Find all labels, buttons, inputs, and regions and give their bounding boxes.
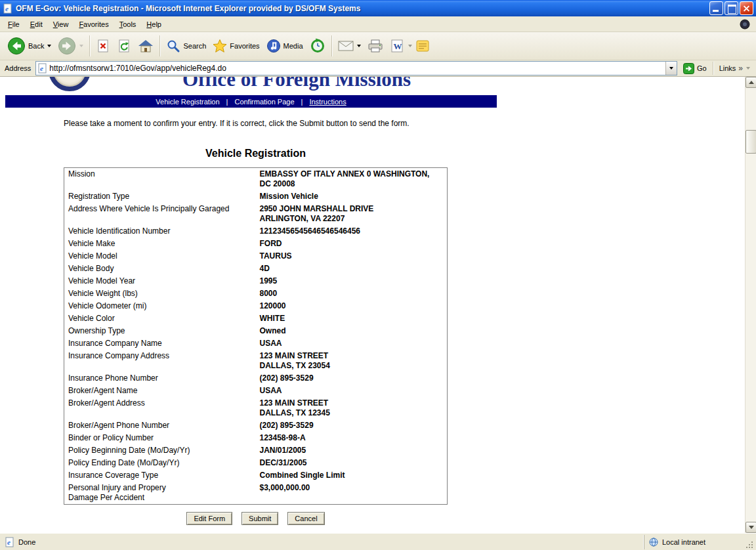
field-label: Insurance Company Address	[64, 350, 256, 372]
table-row: Vehicle Odometer (mi) 120000	[64, 300, 448, 312]
links-chevron-icon: »	[738, 64, 743, 73]
word-icon: W	[390, 39, 404, 53]
page-content: Office of Foreign Missions Vehicle Regis…	[0, 77, 745, 533]
print-button[interactable]	[364, 37, 387, 55]
field-value: JAN/01/2005	[256, 444, 448, 457]
field-value: USAA	[256, 385, 448, 397]
menu-item[interactable]: View	[48, 17, 74, 32]
field-value: 12123456545646546546456	[256, 225, 448, 238]
browser-viewport: Office of Foreign Missions Vehicle Regis…	[0, 77, 756, 533]
svg-text:e: e	[40, 64, 43, 72]
cancel-button[interactable]: Cancel	[287, 512, 324, 525]
field-label: Vehicle Model Year	[64, 275, 256, 287]
scroll-thumb[interactable]	[746, 130, 756, 154]
svg-text:e: e	[5, 5, 9, 12]
menu-item[interactable]: Edit	[25, 17, 48, 32]
search-button[interactable]: Search	[163, 37, 209, 55]
maximize-button[interactable]	[724, 1, 738, 15]
window-title: OFM E-Gov: Vehicle Registration - Micros…	[16, 4, 709, 13]
media-button[interactable]: Media	[263, 37, 306, 55]
field-label: Vehicle Body	[64, 263, 256, 275]
search-icon	[166, 39, 180, 53]
media-label: Media	[284, 42, 303, 50]
svg-text:e: e	[7, 538, 10, 546]
mail-dropdown-icon[interactable]	[357, 45, 361, 47]
field-label: Vehicle Model	[64, 250, 256, 263]
nav-separator: |	[301, 98, 303, 106]
field-value: 123458-98-A	[256, 432, 448, 444]
forward-dropdown-icon[interactable]	[79, 45, 83, 47]
refresh-button[interactable]	[114, 37, 135, 55]
field-value: USAA	[256, 337, 448, 350]
menu-item[interactable]: Help	[141, 17, 167, 32]
address-input-box[interactable]: e	[35, 61, 677, 75]
page-nav-bar: Vehicle Registration | Confirmation Page…	[5, 95, 497, 108]
mail-button[interactable]	[335, 38, 364, 54]
address-dropdown-button[interactable]	[665, 62, 677, 75]
go-button[interactable]: Go	[681, 63, 709, 74]
field-value: 4D	[256, 263, 448, 275]
field-label: Vehicle Odometer (mi)	[64, 300, 256, 312]
submit-button[interactable]: Submit	[242, 512, 278, 525]
forward-button[interactable]	[54, 35, 87, 57]
menubar: File Edit View Favorites Tools Help	[0, 16, 756, 32]
discuss-button[interactable]	[412, 37, 433, 55]
field-label: Personal Injury and Propery Damage Per A…	[64, 482, 256, 505]
table-row: Ownership Type Owned	[64, 325, 448, 337]
history-button[interactable]	[306, 36, 329, 56]
resize-grip[interactable]	[744, 535, 754, 549]
table-row: Personal Injury and Propery Damage Per A…	[64, 482, 448, 505]
forward-icon	[58, 37, 76, 55]
field-value: 2950 JOHN MARSHALL DRIVE ARLINGTON, VA 2…	[256, 203, 448, 225]
field-value: (202) 895-3529	[256, 419, 448, 432]
back-label: Back	[28, 42, 44, 50]
table-row: Broker/Agent Address 123 MAIN STREET DAL…	[64, 397, 448, 419]
nav-instructions-link[interactable]: Instructions	[309, 98, 346, 106]
close-button[interactable]	[740, 1, 753, 15]
table-row: Vehicle Body 4D	[64, 263, 448, 275]
table-row: Vehicle Model Year 1995	[64, 275, 448, 287]
scroll-up-button[interactable]	[746, 77, 756, 88]
history-icon	[310, 38, 326, 54]
back-dropdown-icon[interactable]	[47, 45, 51, 47]
table-row: Insurance Company Name USAA	[64, 337, 448, 350]
table-row: Vehicle Color WHITE	[64, 312, 448, 325]
field-label: Vehicle Identification Number	[64, 225, 256, 238]
nav-confirmation-page[interactable]: Confirmation Page	[234, 98, 294, 106]
field-value: DEC/31/2005	[256, 457, 448, 469]
edit-with-word-button[interactable]: W	[387, 37, 408, 55]
table-row: Vehicle Identification Number 1212345654…	[64, 225, 448, 238]
links-dropdown-icon[interactable]	[746, 67, 750, 70]
menu-item[interactable]: File	[3, 17, 25, 32]
addressbar-separator	[713, 62, 713, 75]
links-button[interactable]: Links »	[717, 64, 753, 73]
vertical-scrollbar[interactable]	[745, 77, 756, 533]
status-bar: e Done Local intranet	[0, 533, 756, 550]
home-button[interactable]	[135, 37, 157, 55]
field-value: WHITE	[256, 312, 448, 325]
field-label: Registration Type	[64, 190, 256, 203]
menu-item[interactable]: Favorites	[74, 17, 114, 32]
browser-window: e OFM E-Gov: Vehicle Registration - Micr…	[0, 0, 756, 550]
stop-button[interactable]	[93, 37, 114, 55]
minimize-button[interactable]	[709, 1, 723, 15]
address-input[interactable]	[47, 64, 665, 73]
field-value: 1995	[256, 275, 448, 287]
svg-text:W: W	[393, 41, 402, 51]
favorites-button[interactable]: Favorites	[209, 37, 262, 55]
confirmation-table: Mission EMBASSY OF ITALY ANNEX 0 WASHING…	[64, 167, 448, 505]
menu-item[interactable]: Tools	[114, 17, 142, 32]
edit-form-button[interactable]: Edit Form	[186, 512, 232, 525]
scroll-down-button[interactable]	[746, 522, 756, 533]
menubar-right	[736, 18, 753, 30]
print-icon	[368, 39, 383, 53]
titlebar[interactable]: e OFM E-Gov: Vehicle Registration - Micr…	[0, 0, 756, 16]
nav-vehicle-registration[interactable]: Vehicle Registration	[156, 98, 219, 106]
back-button[interactable]: Back	[4, 35, 54, 57]
status-text: Done	[18, 538, 35, 546]
intro-text: Please take a moment to confirm your ent…	[64, 119, 410, 128]
back-icon	[7, 37, 26, 55]
edit-dropdown-icon[interactable]	[408, 45, 412, 47]
table-row: Insurance Phone Number (202) 895-3529	[64, 372, 448, 385]
field-value: 120000	[256, 300, 448, 312]
